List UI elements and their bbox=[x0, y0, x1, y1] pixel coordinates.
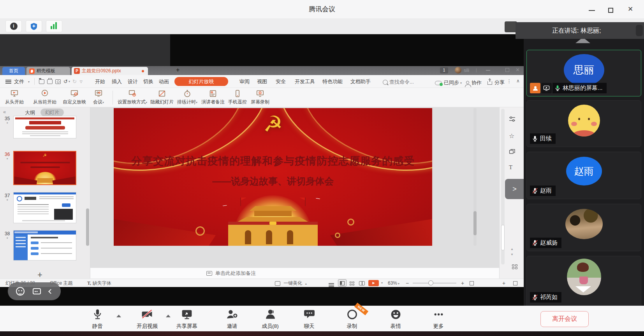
wps-restore-button[interactable] bbox=[505, 68, 509, 72]
participant-tile-zhaoweiyang[interactable]: 赵威扬 bbox=[526, 204, 641, 251]
collapse-ribbon-icon[interactable]: ∧ bbox=[516, 78, 520, 84]
customize-toolbar-icon[interactable]: ▽ bbox=[80, 80, 83, 84]
share-button[interactable]: 分享 bbox=[487, 80, 505, 86]
zoom-level[interactable]: 63%▾ bbox=[388, 279, 399, 287]
menu-view[interactable]: 视图 bbox=[257, 75, 267, 88]
more-menu-icon[interactable]: ⋮ bbox=[507, 78, 512, 84]
print-icon[interactable] bbox=[47, 79, 53, 84]
mic-options-caret[interactable] bbox=[116, 315, 121, 317]
menu-design[interactable]: 设计 bbox=[128, 75, 138, 88]
ribbon-phone-remote[interactable]: 手机遥控 bbox=[227, 89, 248, 107]
new-tab-button[interactable]: + bbox=[176, 66, 179, 74]
zoom-out-button[interactable]: − bbox=[406, 279, 409, 287]
zoom-slider-knob[interactable] bbox=[428, 280, 433, 285]
participant-tile-tianxu[interactable]: 田续 bbox=[526, 100, 641, 147]
selection-pane-icon[interactable] bbox=[509, 149, 516, 156]
fit-screen-button[interactable] bbox=[470, 279, 474, 287]
scroll-down-icon[interactable]: ▼ bbox=[510, 253, 514, 256]
ribbon-meeting[interactable]: 会议▾ bbox=[89, 89, 108, 107]
reaction-chat-icon[interactable] bbox=[33, 288, 41, 294]
scroll-up-icon[interactable]: ▲ bbox=[510, 247, 514, 251]
undo-caret-icon[interactable]: ▾ bbox=[69, 80, 70, 83]
menu-devtools[interactable]: 开发工具 bbox=[295, 75, 315, 88]
ribbon-setup-show[interactable]: 设置放映方式▾ bbox=[115, 89, 150, 107]
camera-button[interactable]: 开启视频 bbox=[128, 308, 166, 330]
zoom-slider-track[interactable] bbox=[413, 283, 456, 284]
chat-button[interactable]: 聊天 bbox=[290, 308, 328, 330]
maximize-button[interactable] bbox=[608, 8, 613, 13]
collapse-panel-icon[interactable]: « bbox=[3, 109, 6, 115]
notes-bar[interactable]: 单击此处添加备注 bbox=[90, 268, 499, 278]
fit-screen-button-2[interactable] bbox=[513, 279, 517, 287]
panel-scrollbar-thumb[interactable] bbox=[86, 208, 89, 246]
leave-meeting-button[interactable]: 离开会议 bbox=[540, 311, 589, 327]
slide-thumbnail-38[interactable] bbox=[13, 230, 76, 261]
wps-close-button[interactable]: ✕ bbox=[516, 67, 520, 73]
view-notes-toggle[interactable] bbox=[329, 279, 334, 287]
participant-tile-linsili[interactable]: 思丽 林思丽的屏幕... bbox=[526, 50, 641, 96]
network-signal-button[interactable] bbox=[46, 20, 62, 32]
minimize-button[interactable] bbox=[589, 10, 595, 11]
tab-document[interactable]: P 主题党日0926.pptx bbox=[72, 67, 148, 75]
right-scrollbar-thumb[interactable] bbox=[501, 225, 505, 250]
menu-file[interactable]: 文件 bbox=[14, 75, 24, 88]
command-search[interactable]: 查找命令... bbox=[383, 79, 414, 86]
view-reading[interactable] bbox=[359, 279, 365, 287]
notification-badge[interactable]: 1 bbox=[440, 67, 448, 74]
reaction-emoji-icon[interactable] bbox=[16, 287, 25, 296]
more-button[interactable]: 更多 bbox=[420, 308, 457, 330]
zoom-in-button[interactable]: + bbox=[461, 279, 464, 287]
canvas-scrollbar[interactable] bbox=[473, 108, 477, 246]
current-slide[interactable]: ☭ 分享交流对抗击疫情的理解和参与疫情防控志愿服务的感受 ——说身边故事、讲切身… bbox=[114, 108, 432, 246]
slide-thumbnail-37[interactable] bbox=[13, 192, 76, 223]
ribbon-rehearse-timing[interactable]: 排练计时▾ bbox=[175, 89, 199, 107]
security-button[interactable] bbox=[26, 20, 42, 32]
undo-icon[interactable]: ↺ bbox=[63, 79, 68, 84]
text-tool-icon[interactable]: T bbox=[509, 164, 512, 171]
canvas-scrollbar-thumb[interactable] bbox=[473, 211, 477, 235]
ribbon-custom-show[interactable]: 自定义放映 bbox=[61, 89, 88, 107]
play-slideshow-button[interactable]: ▶ bbox=[368, 280, 379, 286]
tab-outline[interactable]: 大纲 bbox=[25, 109, 35, 116]
slide-thumbnail-35[interactable] bbox=[13, 116, 76, 138]
ribbon-screen-record[interactable]: 屏幕录制 bbox=[249, 89, 271, 107]
open-icon[interactable] bbox=[39, 79, 44, 84]
menu-slideshow-active[interactable]: 幻灯片放映 bbox=[174, 77, 228, 86]
expand-panel-tab[interactable]: > bbox=[505, 179, 524, 199]
view-sorter[interactable] bbox=[350, 279, 355, 287]
collapse-pill-icon[interactable] bbox=[48, 289, 53, 294]
account-name[interactable]: sili bbox=[464, 68, 469, 73]
print-preview-icon[interactable] bbox=[55, 79, 61, 84]
view-normal-selected[interactable] bbox=[338, 279, 347, 287]
menu-security[interactable]: 安全 bbox=[276, 75, 286, 88]
close-button[interactable]: ✕ bbox=[628, 7, 633, 12]
ribbon-presenter-notes[interactable]: 演讲者备注 bbox=[200, 89, 226, 107]
ribbon-hide-slide[interactable]: 隐藏幻灯片 bbox=[150, 89, 174, 107]
beautify-button[interactable]: 一键美化 ▴ bbox=[275, 279, 307, 287]
slide-sorter-icon[interactable] bbox=[512, 264, 518, 270]
menu-features[interactable]: 特色功能 bbox=[322, 75, 343, 88]
quick-reaction-pill[interactable] bbox=[8, 282, 61, 300]
menu-animation[interactable]: 动画 bbox=[159, 75, 169, 88]
play-caret-icon[interactable]: ▾ bbox=[381, 279, 383, 287]
share-screen-button[interactable]: 共享屏幕 bbox=[168, 308, 206, 330]
collaborate-button[interactable]: 协作 bbox=[466, 78, 482, 86]
record-button[interactable]: NEW 录制 bbox=[333, 308, 371, 330]
zoom-in-button-2[interactable]: + bbox=[502, 279, 505, 287]
participant-tile-qiruiru[interactable]: 祁芮如 bbox=[526, 256, 641, 306]
sync-status[interactable]: 已同步 ▾ bbox=[435, 79, 462, 86]
object-properties-icon[interactable] bbox=[509, 116, 516, 124]
slide-thumbnail-36-current[interactable]: ☭ bbox=[13, 151, 76, 185]
hamburger-menu-icon[interactable] bbox=[5, 80, 11, 80]
invite-button[interactable]: 邀请 bbox=[213, 308, 251, 330]
emoji-button[interactable]: 表情 bbox=[377, 308, 414, 330]
members-button[interactable]: 成员(8) bbox=[252, 308, 289, 330]
participant-tile-zhaoyu[interactable]: 赵雨 赵雨 bbox=[526, 152, 641, 199]
tab-slides[interactable]: 幻灯片 bbox=[40, 108, 64, 116]
menu-transition[interactable]: 切换 bbox=[143, 75, 153, 88]
menu-start[interactable]: 开始 bbox=[95, 75, 105, 88]
meeting-info-button[interactable]: i bbox=[5, 20, 22, 32]
redo-icon[interactable]: ↻ bbox=[72, 79, 77, 84]
right-scrollbar[interactable] bbox=[501, 109, 505, 264]
effects-star-icon[interactable]: ☆ bbox=[509, 132, 514, 140]
